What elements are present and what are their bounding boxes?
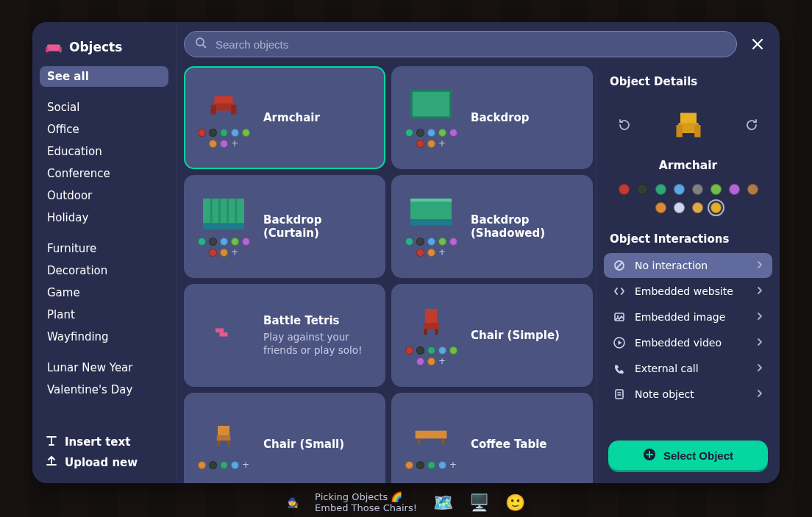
chevron-right-icon [756,285,763,297]
svg-rect-27 [217,435,231,441]
object-thumbnail [407,88,455,123]
svg-rect-16 [410,219,452,225]
object-card[interactable]: + Chair (Simple) [391,284,593,387]
category-item[interactable]: Wayfinding [40,327,168,347]
color-option[interactable] [692,184,703,195]
interaction-option[interactable]: Embedded image [604,304,772,329]
status-line-1: Picking Objects 🌈 [315,491,417,503]
color-swatch [220,461,228,469]
svg-line-38 [616,263,622,268]
more-colors-icon: + [449,461,457,469]
category-item[interactable]: Conference [40,163,168,184]
object-card[interactable]: + Armchair [184,66,385,169]
category-item[interactable]: Game [40,282,168,303]
object-grid-scroll[interactable]: + Armchair + Backdrop + Backdrop (Curtai… [177,66,596,483]
interaction-option[interactable]: Note object [604,382,772,407]
color-swatch [438,238,446,246]
object-card[interactable]: Battle Tetris Play against your friends … [184,284,385,387]
text-icon [46,435,57,449]
svg-rect-36 [694,125,700,138]
color-swatch [405,461,413,469]
color-swatch [405,238,413,246]
upload-new-button[interactable]: Upload new [46,455,163,470]
insert-text-button[interactable]: Insert text [46,435,163,449]
color-swatch [427,346,435,354]
category-item[interactable]: Social [40,97,168,118]
color-swatch [427,461,435,469]
select-object-button[interactable]: Select Object [608,441,768,470]
rotate-left-button[interactable] [614,115,635,135]
chevron-right-icon [756,260,763,271]
object-card-preview: + [405,305,457,366]
object-card-preview: + [197,420,250,469]
avatar-icon: 🧙 [287,497,299,508]
chevron-right-icon [756,363,763,374]
category-item[interactable]: Education [40,141,168,162]
category-item[interactable]: Furniture [40,238,168,259]
object-card[interactable]: + Backdrop [391,66,593,169]
color-swatch [416,461,424,469]
color-swatch [242,129,250,137]
interaction-label: Embedded image [635,311,725,323]
color-swatch [209,238,217,246]
color-swatch [220,129,228,137]
category-item[interactable]: Plant [40,304,168,325]
interaction-option[interactable]: External call [604,356,772,381]
interaction-option[interactable]: Embedded video [604,330,772,355]
swatch-row: + [405,346,457,366]
svg-rect-32 [442,438,445,444]
category-item[interactable]: Holiday [40,207,168,228]
screen-icon[interactable]: 🖥️ [469,493,489,512]
interaction-option[interactable]: Embedded website [604,279,772,304]
interaction-label: External call [635,363,699,374]
category-item[interactable]: Lunar New Year [40,357,168,378]
object-thumbnail [407,305,455,340]
select-object-label: Select Object [663,449,733,462]
bottom-status: 🧙 Picking Objects 🌈 Embed Those Chairs! … [287,491,525,514]
object-card[interactable]: + Coffee Table [391,393,593,483]
color-option[interactable] [747,184,758,195]
sidebar-header: Objects [32,32,176,66]
color-option[interactable] [655,202,666,213]
svg-rect-2 [59,47,62,52]
search-field[interactable] [184,31,737,57]
color-option[interactable] [674,202,685,213]
color-option[interactable] [710,202,722,213]
swatch-row: + [197,238,250,257]
interaction-option[interactable]: No interaction [604,253,772,278]
svg-rect-17 [410,199,452,202]
color-option[interactable] [674,184,685,195]
map-icon[interactable]: 🗺️ [433,493,453,512]
object-card[interactable]: + Backdrop (Shadowed) [391,175,593,278]
swatch-row: + [405,238,457,257]
object-card[interactable]: + Backdrop (Curtain) [184,175,385,278]
category-item[interactable]: Valentine's Day [40,379,168,400]
color-option[interactable] [619,184,630,195]
rotate-right-button[interactable] [741,115,762,135]
color-swatch [405,346,413,354]
color-swatch [416,357,424,366]
object-card-info: Battle Tetris Play against your friends … [263,314,372,357]
color-swatch [416,129,424,137]
object-details-panel: Object Details Armchair Object Interacti… [596,66,780,483]
object-card-preview: + [405,420,457,469]
search-input[interactable] [214,38,726,51]
color-swatch [438,129,446,137]
close-button[interactable] [746,32,769,56]
category-see-all[interactable]: See all [40,66,168,87]
object-card-info: Backdrop [471,111,580,124]
category-item[interactable]: Office [40,119,168,140]
color-option[interactable] [692,202,703,213]
category-item[interactable]: Decoration [40,260,168,281]
color-option[interactable] [655,184,666,195]
search-icon [195,37,207,51]
color-option[interactable] [729,184,740,195]
object-card-title: Armchair [263,111,372,124]
category-item[interactable]: Outdoor [40,185,168,206]
object-card-title: Coffee Table [471,438,580,451]
color-option[interactable] [637,184,648,195]
emoji-icon[interactable]: 🙂 [505,493,525,512]
svg-rect-1 [46,47,49,52]
color-option[interactable] [710,184,722,195]
object-card[interactable]: + Chair (Small) [184,393,385,483]
